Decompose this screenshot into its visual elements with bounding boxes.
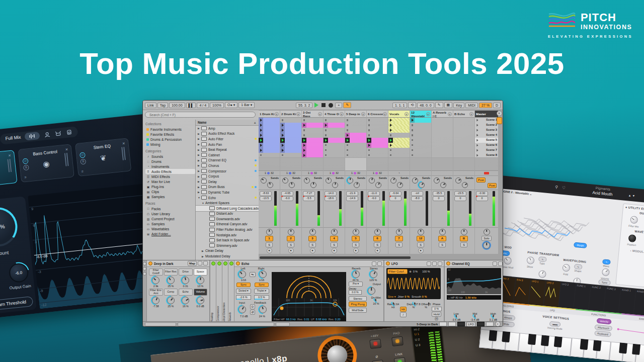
- output-gain-knob[interactable]: -6.0: [8, 262, 29, 284]
- wavetable-position-knob[interactable]: [628, 234, 636, 242]
- solo-button[interactable]: S: [417, 242, 424, 247]
- browser-item-audio-effect-rack[interactable]: ▶Audio Effect Rack: [196, 131, 259, 137]
- scene-8[interactable]: Scene 8: [475, 153, 498, 158]
- volume-field[interactable]: -7.27: [303, 191, 315, 196]
- mod-slot-lfo-3[interactable]: LFO 3: [558, 282, 576, 310]
- send-a-knob[interactable]: [282, 177, 288, 184]
- gain-field[interactable]: 0: [454, 196, 466, 201]
- solo-button[interactable]: S: [460, 242, 467, 247]
- clip-slot-stop[interactable]: [259, 153, 280, 158]
- arm-button[interactable]: ●: [418, 248, 424, 253]
- track-edit-icon[interactable]: e: [469, 112, 473, 116]
- browser-item-channel-eq[interactable]: ▶Channel EQ: [196, 158, 259, 163]
- clip-slot-empty[interactable]: [432, 133, 453, 138]
- preset-name[interactable]: Acid Mouth: [592, 191, 613, 197]
- browser-item-clean-delay[interactable]: ▶Clean Delay: [196, 248, 259, 254]
- echo-drywet-knob[interactable]: [375, 299, 376, 303]
- volume-field[interactable]: -14.0: [325, 191, 337, 196]
- track-activator[interactable]: 6: [373, 236, 381, 241]
- black-key[interactable]: [632, 344, 640, 355]
- expand-caret[interactable]: ▶: [198, 186, 201, 189]
- clip[interactable]: [367, 143, 388, 148]
- module-close-icon[interactable]: ×: [65, 147, 68, 152]
- echo-hotswap-icon[interactable]: [372, 261, 376, 266]
- clip[interactable]: [302, 153, 323, 158]
- clip-slot-empty[interactable]: [432, 118, 453, 123]
- clip-slot-empty[interactable]: [453, 153, 474, 158]
- category-plug-ins[interactable]: ▣Plug-Ins: [145, 184, 195, 189]
- send-b-knob[interactable]: [289, 182, 295, 188]
- skew-mod-knob[interactable]: [538, 270, 546, 278]
- echo-reverb-position-select[interactable]: Pre ▾: [349, 282, 363, 287]
- black-key[interactable]: [502, 331, 510, 343]
- solo-button[interactable]: S: [374, 242, 381, 247]
- clip-slot-stop[interactable]: [388, 148, 410, 153]
- pan-knob[interactable]: [288, 229, 294, 235]
- track-edit-icon[interactable]: e: [275, 112, 279, 116]
- punch-loop-buttons[interactable]: ⟲: [408, 102, 416, 108]
- clip-slot-stop[interactable]: [302, 128, 323, 133]
- expand-caret[interactable]: ▶: [198, 137, 201, 140]
- send-b-knob[interactable]: [440, 182, 446, 188]
- expand-caret[interactable]: ▶: [198, 148, 201, 151]
- eq-knob[interactable]: [474, 315, 475, 319]
- module-power-icon[interactable]: ⏻: [23, 158, 29, 164]
- clip-slot-stop[interactable]: [345, 118, 366, 123]
- chain-lfo-chip[interactable]: LFO: [466, 322, 475, 327]
- clip[interactable]: [280, 123, 301, 128]
- category-sounds[interactable]: ♪Sounds: [145, 154, 195, 159]
- clip[interactable]: [388, 123, 410, 128]
- category-samples[interactable]: ▦Samples: [145, 194, 195, 199]
- track-edit-icon[interactable]: e: [448, 112, 452, 116]
- solo-button[interactable]: S: [331, 242, 338, 247]
- clip-slot-empty[interactable]: [453, 143, 474, 148]
- expand-caret[interactable]: ▶: [198, 169, 201, 172]
- learn-threshold-button[interactable]: Learn Threshold: [0, 296, 33, 312]
- send-b-knob[interactable]: [375, 182, 381, 188]
- lfo-retrigger-button[interactable]: R: [435, 317, 438, 321]
- send-b-knob[interactable]: [310, 182, 316, 188]
- macro-knob[interactable]: [152, 297, 159, 304]
- echo-stereo-link-button[interactable]: ⇆: [250, 272, 255, 277]
- drums-stem-icon[interactable]: [55, 130, 62, 136]
- lfo-rate-knob[interactable]: [393, 302, 394, 306]
- mod-slot-rand-1[interactable]: RAND 1: [619, 288, 636, 316]
- browser-item-shimmery-adv[interactable]: Shimmery.adv: [196, 243, 259, 248]
- clip[interactable]: [259, 143, 280, 148]
- browser-item-ambient-spaces[interactable]: ▼Ambient Spaces: [196, 200, 259, 206]
- category-instruments[interactable]: ◔Instruments: [145, 164, 195, 169]
- arm-button[interactable]: ●: [375, 248, 380, 253]
- clip-slot-stop[interactable]: [324, 118, 345, 123]
- expand-caret[interactable]: ▶: [202, 249, 205, 252]
- send-a-knob[interactable]: [326, 177, 332, 184]
- send-b-knob[interactable]: [397, 182, 403, 188]
- send-b-knob[interactable]: [332, 182, 338, 188]
- clip-slot-stop[interactable]: [345, 128, 366, 133]
- clip-slot-stop[interactable]: [345, 153, 366, 158]
- track-edit-icon[interactable]: e: [405, 112, 409, 116]
- send-a-knob[interactable]: [369, 177, 375, 184]
- browser-item-ethereal-canyon-adv[interactable]: Ethereal Canyon.adv: [196, 222, 259, 227]
- eq-hp-toggle[interactable]: □ HP 80 Hz: [448, 296, 463, 299]
- clip-slot-stop[interactable]: [345, 148, 366, 153]
- engine-volume-knob[interactable]: [601, 268, 609, 276]
- place-samples[interactable]: ▭Samples: [145, 221, 195, 226]
- clip-slot-empty[interactable]: [453, 148, 474, 153]
- map-mode-button[interactable]: Map: [188, 261, 197, 266]
- clip[interactable]: [388, 128, 410, 133]
- echo-right-time-knob[interactable]: [259, 270, 267, 278]
- echo-right-mode-select[interactable]: Triplet ▾: [254, 289, 269, 294]
- clip-slot-stop[interactable]: [324, 143, 345, 148]
- link-button[interactable]: Link: [145, 103, 156, 108]
- clip-playing[interactable]: [324, 138, 345, 143]
- chain-thumb-4[interactable]: [477, 322, 485, 326]
- track-header[interactable]: B Echoe: [453, 111, 474, 118]
- module-menu-icon[interactable]: ≡: [81, 169, 84, 173]
- fold-knob[interactable]: [562, 264, 570, 272]
- category-max-for-live[interactable]: ↺Max for Live: [145, 179, 195, 184]
- gain-field[interactable]: -5.5: [303, 196, 315, 201]
- horizontal-scrollbar[interactable]: [260, 256, 411, 259]
- mod-slot-func-2[interactable]: FUNC 2: [589, 285, 606, 313]
- browser-item-auto-filter[interactable]: ▶Auto Filter: [196, 136, 259, 142]
- send-a-knob[interactable]: [455, 177, 461, 184]
